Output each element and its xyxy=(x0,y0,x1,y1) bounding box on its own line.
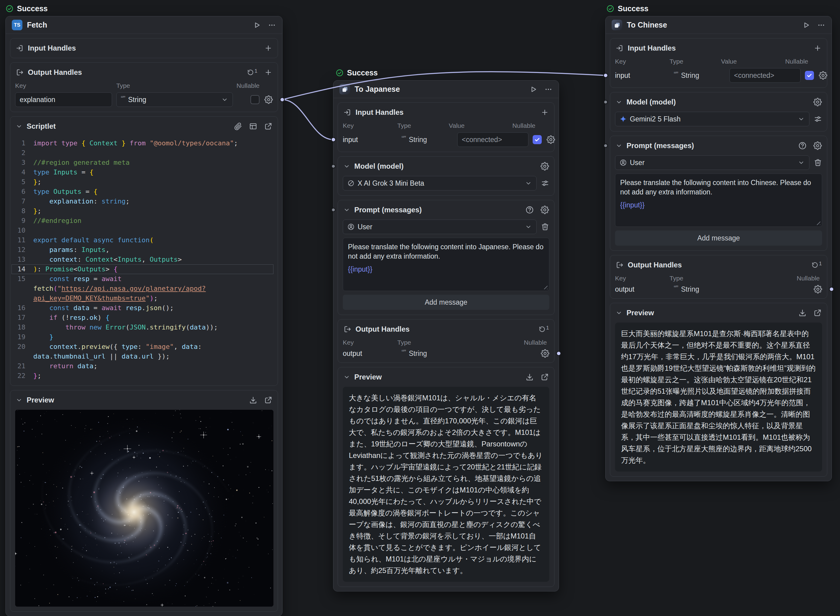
plus-icon[interactable] xyxy=(264,68,273,76)
role-select[interactable]: User xyxy=(343,220,537,234)
download-icon[interactable] xyxy=(798,309,807,317)
output-handles-icon xyxy=(343,325,352,333)
resize-grip[interactable] xyxy=(542,285,547,289)
external-link-icon[interactable] xyxy=(264,122,273,131)
chevron-down-icon[interactable] xyxy=(615,142,623,149)
download-icon[interactable] xyxy=(525,373,534,381)
section-title: Output Handles xyxy=(628,261,682,269)
node-fetch[interactable]: TS Fetch Input Handles Output Handles xyxy=(6,16,283,616)
column-headers: Key Type Nullable xyxy=(15,82,273,89)
toj-node-header: To Japanese xyxy=(333,81,559,98)
section-title: Preview xyxy=(626,309,654,317)
history-count: 1 xyxy=(255,69,257,73)
chevron-down-icon[interactable] xyxy=(343,163,350,170)
code-lines: 1import type { Context } from "@oomol/ty… xyxy=(12,138,273,381)
history-icon[interactable]: 1 xyxy=(538,326,549,333)
add-message-button[interactable]: Add message xyxy=(615,230,822,246)
play-icon[interactable] xyxy=(802,21,810,29)
resize-grip[interactable] xyxy=(815,220,820,225)
chevron-down-icon[interactable] xyxy=(343,206,350,214)
code-editor[interactable]: 1import type { Context } from "@oomol/ty… xyxy=(10,136,278,386)
column-headers: Key Type Value Nullable xyxy=(343,122,549,129)
paperclip-icon[interactable] xyxy=(234,122,242,131)
section-title: Input Handles xyxy=(628,44,676,53)
download-icon[interactable] xyxy=(249,396,257,404)
string-type-icon: “” xyxy=(674,70,678,79)
prompt-text: Please translate the following content i… xyxy=(620,179,811,196)
role-value: User xyxy=(630,159,795,167)
status-badge-to-japanese: Success xyxy=(336,69,378,77)
nullable-checkbox[interactable] xyxy=(805,71,814,80)
value-input[interactable]: <connected> xyxy=(457,132,528,147)
trash-icon[interactable] xyxy=(814,158,822,167)
play-icon[interactable] xyxy=(529,85,538,94)
add-message-button[interactable]: Add message xyxy=(343,295,549,310)
plus-icon[interactable] xyxy=(814,44,822,53)
value-input[interactable]: <connected> xyxy=(730,68,800,83)
gear-icon[interactable] xyxy=(541,349,549,358)
preview-text: 巨大而美丽的螺旋星系M101是查尔斯·梅西耶著名星表中的最后几个天体之一，但绝对… xyxy=(615,323,822,472)
canvas: { "icons": ["typescript-icon","llm-block… xyxy=(0,0,840,616)
llm-block-icon xyxy=(612,20,622,30)
trash-icon[interactable] xyxy=(541,223,549,231)
toc-model-section: Model (model) Gemini2 5 Flash xyxy=(610,92,827,131)
help-icon[interactable] xyxy=(525,205,534,214)
ellipsis-icon[interactable] xyxy=(268,21,276,29)
node-to-chinese[interactable]: To Chinese Input Handles Key Type Value … xyxy=(605,16,832,481)
string-type-icon: “” xyxy=(121,94,125,103)
status-text: Success xyxy=(17,4,48,13)
plus-icon[interactable] xyxy=(264,44,273,53)
type-value: String xyxy=(681,285,699,293)
gear-icon[interactable] xyxy=(264,95,273,104)
chevron-down-icon[interactable] xyxy=(615,98,623,106)
chevron-down-icon[interactable] xyxy=(343,373,350,381)
history-icon[interactable]: 1 xyxy=(247,69,257,76)
gear-icon[interactable] xyxy=(814,285,822,293)
fetch-output-row: explanation “” String xyxy=(15,92,273,107)
section-title: Input Handles xyxy=(356,108,404,117)
template-variable: {{input}} xyxy=(348,265,544,274)
plus-icon[interactable] xyxy=(541,108,549,117)
model-select[interactable]: Gemini2 5 Flash xyxy=(615,112,809,126)
toj-model-header: Model (model) xyxy=(338,157,554,176)
gear-icon[interactable] xyxy=(541,205,549,214)
model-select[interactable]: X AI Grok 3 Mini Beta xyxy=(343,176,537,191)
type-select[interactable]: “” String xyxy=(116,92,233,107)
toj-prompt-section: Prompt (messages) User Please translat xyxy=(338,200,554,315)
gear-icon[interactable] xyxy=(541,162,549,170)
sliders-icon[interactable] xyxy=(814,115,822,123)
chevron-down-icon[interactable] xyxy=(615,309,623,317)
connected-value: <connected> xyxy=(734,72,774,80)
node-to-japanese[interactable]: To Japanese Input Handles Key Type Value… xyxy=(333,80,559,591)
preview-text: 大きな美しい渦巻銀河M101は、シャルル・メシエの有名なカタログの最後の項目の一… xyxy=(343,387,549,582)
role-select[interactable]: User xyxy=(615,155,809,170)
status-text: Success xyxy=(347,69,378,77)
prompt-textarea[interactable]: Please translate the following content i… xyxy=(615,173,822,227)
ellipsis-icon[interactable] xyxy=(544,85,553,94)
play-icon[interactable] xyxy=(252,21,261,29)
gear-icon[interactable] xyxy=(819,71,827,80)
node-title: Fetch xyxy=(27,21,47,29)
ellipsis-icon[interactable] xyxy=(817,21,825,29)
external-link-icon[interactable] xyxy=(814,309,822,317)
help-icon[interactable] xyxy=(798,141,807,150)
chevron-down-icon[interactable] xyxy=(15,123,23,130)
table-icon[interactable] xyxy=(249,122,257,131)
toc-prompt-header: Prompt (messages) xyxy=(610,136,827,155)
nullable-checkbox[interactable] xyxy=(251,95,259,104)
toc-output-handles-section: Output Handles 1 Key Type Nullable outpu… xyxy=(610,255,827,299)
history-icon[interactable]: 1 xyxy=(811,261,822,268)
external-link-icon[interactable] xyxy=(541,373,549,381)
gear-icon[interactable] xyxy=(547,135,555,144)
external-link-icon[interactable] xyxy=(264,396,273,404)
chevron-down-icon xyxy=(221,96,228,103)
type-value: String xyxy=(128,96,218,104)
gear-icon[interactable] xyxy=(814,141,822,150)
nullable-checkbox[interactable] xyxy=(533,135,542,144)
gear-icon[interactable] xyxy=(814,98,822,106)
key-input[interactable]: explanation xyxy=(15,92,112,107)
fetch-input-handles-section: Input Handles xyxy=(10,38,278,58)
prompt-textarea[interactable]: Please translate the following content i… xyxy=(343,238,549,291)
sliders-icon[interactable] xyxy=(541,179,549,188)
chevron-down-icon[interactable] xyxy=(15,396,23,404)
